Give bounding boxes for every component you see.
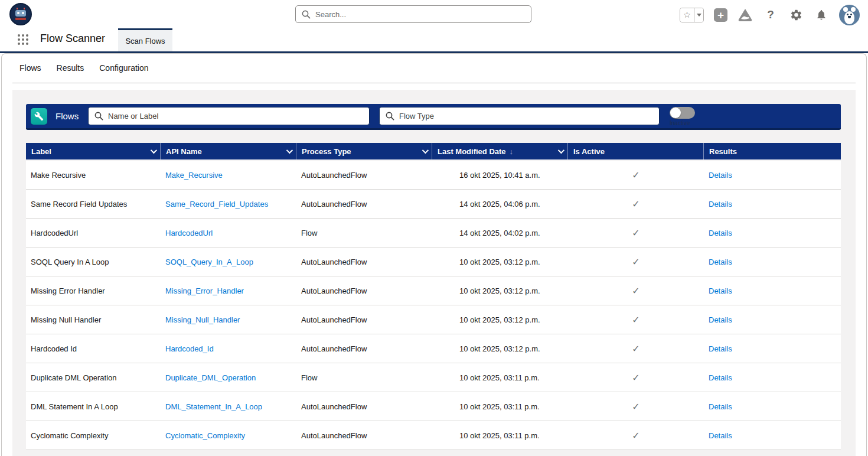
table-row: Hardcoded Id Hardcoded_Id AutoLaunchedFl… [26,334,841,363]
cell-api-name: HardcodedUrl [161,229,296,237]
org-logo [9,3,32,25]
sub-tabs: Flows Results Configuration [19,63,149,73]
cell-results: Details [704,258,841,266]
toggle-switch[interactable] [670,107,695,119]
cell-is-active: ✓ [568,227,704,239]
check-icon: ✓ [632,256,639,268]
app-name: Flow Scanner [40,32,105,45]
global-search[interactable] [295,5,531,23]
cell-is-active: ✓ [568,170,704,181]
table-row: Cyclomatic Complexity Cyclomatic_Complex… [26,421,841,450]
flow-type-filter[interactable] [379,107,660,125]
tab-results[interactable]: Results [57,63,84,73]
check-icon: ✓ [632,227,639,239]
global-search-input[interactable] [315,6,531,22]
check-icon: ✓ [632,430,639,441]
favorites-control: ☆ [680,8,704,22]
quick-create-icon[interactable]: + [714,8,727,22]
search-icon [94,112,103,120]
details-link[interactable]: Details [709,171,732,180]
cell-last-modified: 16 okt 2025, 10:41 a.m. [432,171,568,180]
details-link[interactable]: Details [709,402,732,411]
column-header-label[interactable]: Label [26,143,161,159]
name-filter-input[interactable] [108,112,369,120]
setup-gear-icon[interactable] [788,7,804,22]
cell-process-type: AutoLaunchedFlow [296,200,432,209]
cell-last-modified: 10 okt 2025, 03:12 p.m. [432,315,568,324]
notifications-bell-icon[interactable] [814,7,829,22]
tabs-divider [12,83,856,83]
details-link[interactable]: Details [709,286,732,295]
cell-api-name: Missing_Null_Handler [161,315,296,324]
cell-last-modified: 14 okt 2025, 04:02 p.m. [432,229,568,237]
flow-type-filter-input[interactable] [399,112,659,120]
inactive-toggle[interactable]: Inactive [670,107,705,126]
cell-process-type: AutoLaunchedFlow [296,315,432,324]
table-row: Make Recursive Make_Recursive AutoLaunch… [26,161,841,190]
cell-api-name: Duplicate_DML_Operation [161,373,296,382]
help-icon[interactable]: ? [763,7,778,22]
name-filter[interactable] [88,107,370,125]
cell-results: Details [704,373,841,382]
cell-is-active: ✓ [568,401,704,412]
chevron-down-icon[interactable] [558,147,564,154]
column-header-results[interactable]: Results [704,143,841,159]
favorites-star-icon[interactable]: ☆ [680,8,694,22]
cell-is-active: ✓ [568,343,704,354]
api-name-link[interactable]: Same_Record_Field_Updates [165,200,268,209]
cell-label: Same Record Field Updates [26,200,161,209]
search-icon [302,10,311,19]
api-name-link[interactable]: HardcodedUrl [165,229,213,237]
api-name-link[interactable]: Missing_Null_Handler [165,315,240,324]
details-link[interactable]: Details [709,344,732,353]
app-nav-bar: Flow Scanner Scan Flows [0,28,868,53]
table-row: Same Record Field Updates Same_Record_Fi… [26,190,841,219]
cell-last-modified: 10 okt 2025, 03:12 p.m. [432,286,568,295]
cell-is-active: ✓ [568,256,704,268]
details-link[interactable]: Details [709,229,732,237]
details-link[interactable]: Details [709,431,732,440]
tab-flows[interactable]: Flows [19,63,41,73]
chevron-down-icon[interactable] [422,147,429,154]
cell-last-modified: 10 okt 2025, 03:11 p.m. [432,402,568,411]
table-row: HardcodedUrl HardcodedUrl Flow 14 okt 20… [26,219,841,247]
nav-tab-scan-flows[interactable]: Scan Flows [118,28,172,51]
cell-process-type: AutoLaunchedFlow [296,171,432,180]
details-link[interactable]: Details [709,258,732,266]
column-header-is-active[interactable]: Is Active [568,143,704,159]
cell-label: DML Statement In A Loop [26,402,161,411]
api-name-link[interactable]: Missing_Error_Handler [165,286,244,295]
details-link[interactable]: Details [709,373,732,382]
api-name-link[interactable]: Hardcoded_Id [165,344,214,353]
api-name-link[interactable]: DML_Statement_In_A_Loop [165,402,262,411]
app-launcher-icon[interactable] [18,34,28,45]
cell-label: Make Recursive [26,171,161,180]
api-name-link[interactable]: Make_Recursive [165,171,223,180]
chevron-down-icon[interactable] [151,147,157,154]
cell-results: Details [704,171,841,180]
details-link[interactable]: Details [709,315,732,324]
table-row: DML Statement In A Loop DML_Statement_In… [26,392,841,421]
api-name-link[interactable]: Cyclomatic_Complexity [165,431,245,440]
cell-process-type: AutoLaunchedFlow [296,431,432,440]
cell-results: Details [704,286,841,295]
cell-label: Cyclomatic Complexity [26,431,161,440]
column-header-process-type[interactable]: Process Type [296,143,432,159]
chevron-down-icon[interactable] [286,147,293,154]
cell-api-name: Missing_Error_Handler [161,286,296,295]
column-header-last-modified[interactable]: Last Modified Date↓ [432,143,568,159]
details-link[interactable]: Details [709,200,732,209]
cell-is-active: ✓ [568,314,704,325]
api-name-link[interactable]: Duplicate_DML_Operation [165,373,256,382]
trailhead-icon[interactable] [738,7,753,22]
cell-is-active: ✓ [568,372,704,383]
cell-results: Details [704,229,841,237]
cell-process-type: AutoLaunchedFlow [296,402,432,411]
column-header-api-name[interactable]: API Name [161,143,296,159]
cell-last-modified: 10 okt 2025, 03:12 p.m. [432,344,568,353]
api-name-link[interactable]: SOQL_Query_In_A_Loop [165,258,253,266]
tab-configuration[interactable]: Configuration [99,63,148,73]
cell-api-name: Hardcoded_Id [161,344,296,353]
favorites-caret-icon[interactable] [694,8,703,22]
user-avatar[interactable] [839,5,860,25]
